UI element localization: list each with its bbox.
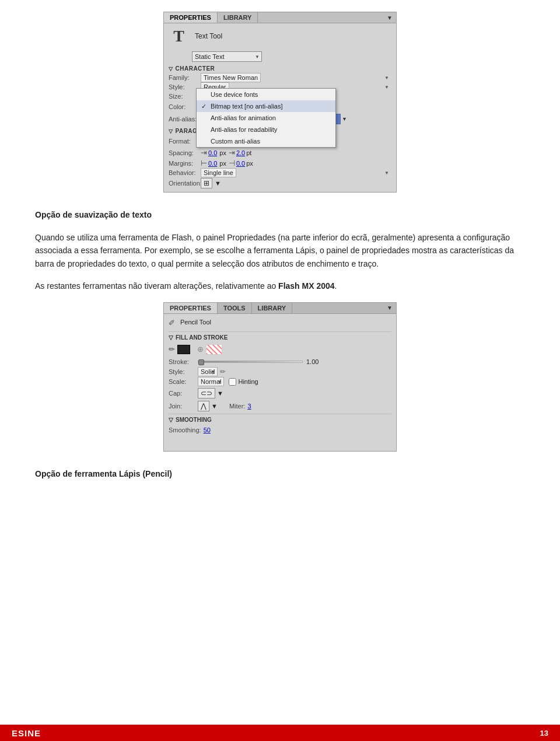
paragraph-arrow: ▽ bbox=[169, 128, 173, 134]
caption2-text: Opção de ferramenta Lápis (Pencil) bbox=[35, 469, 525, 478]
family-dropdown[interactable]: Times New Roman bbox=[201, 74, 391, 81]
panel2-tabs: PROPERTIES TOOLS LIBRARY ▼ bbox=[164, 303, 396, 314]
spacing-line-icon: ⇥ bbox=[229, 148, 235, 157]
tool-type-dropdown[interactable]: Static Text bbox=[192, 51, 262, 62]
tab2-properties[interactable]: PROPERTIES bbox=[164, 303, 218, 313]
fill-icons-row: ✏ ⊕ bbox=[169, 344, 391, 355]
behavior-dropdown[interactable]: Single line bbox=[201, 169, 391, 176]
body-para1-text: Quando se utiliza uma ferramenta de Flas… bbox=[35, 231, 525, 270]
panel-tabs: PROPERTIES LIBRARY ▼ bbox=[164, 12, 396, 23]
caption2-wrapper: Opção de ferramenta Lápis (Pencil) bbox=[35, 469, 525, 478]
margins-unit2: px bbox=[246, 160, 253, 167]
tab2-tools[interactable]: TOOLS bbox=[218, 303, 252, 313]
margins-val2[interactable]: 0.0 bbox=[236, 160, 245, 167]
anti-alias-arrow[interactable]: ▼ bbox=[342, 116, 347, 122]
menu-item-custom[interactable]: Custom anti-alias bbox=[197, 135, 335, 147]
spacing-val2[interactable]: 2.0 bbox=[236, 149, 245, 156]
tab2-library[interactable]: LIBRARY bbox=[252, 303, 292, 313]
miter-value[interactable]: 3 bbox=[247, 403, 251, 410]
footer-page-number: 13 bbox=[540, 729, 548, 737]
fill-color-swatch[interactable] bbox=[177, 345, 190, 354]
tool-type-value: Static Text bbox=[192, 51, 262, 62]
body-para1: Quando se utiliza uma ferramenta de Flas… bbox=[35, 231, 525, 270]
spacing-row: Spacing: ⇥ 0.0 px ⇥ 2.0 pt bbox=[169, 148, 391, 157]
stroke-value: 1.00 bbox=[306, 358, 318, 365]
join-row: Join: ⋀ ▼ Miter: 3 bbox=[169, 401, 391, 411]
smoothing-value[interactable]: 50 bbox=[204, 427, 211, 434]
fill-stroke-label: FILL AND STROKE bbox=[176, 334, 228, 341]
tool-name: Text Tool bbox=[195, 32, 222, 40]
family-row: Family: Times New Roman bbox=[169, 74, 391, 81]
behavior-label: Behavior: bbox=[169, 169, 201, 176]
section-title-text: Opção de suavização de texto bbox=[35, 210, 525, 219]
margins-val1[interactable]: 0.0 bbox=[208, 160, 217, 167]
footer-brand: ESINE bbox=[12, 728, 41, 738]
pencil-icon: ✏ bbox=[166, 316, 178, 328]
join-miter-icon[interactable]: ⋀ bbox=[198, 401, 209, 411]
panel2-menu-arrow[interactable]: ▼ bbox=[383, 303, 396, 313]
smoothing-label: SMOOTHING bbox=[176, 417, 212, 423]
body-para2-prefix: As restantes ferramentas não tiveram alt… bbox=[35, 281, 278, 291]
join-label: Join: bbox=[169, 403, 198, 410]
stroke-slider[interactable] bbox=[198, 361, 303, 363]
spacing-val1[interactable]: 0.0 bbox=[208, 149, 217, 156]
behavior-value: Single line bbox=[201, 168, 236, 177]
orientation-row: Orientation: ⊞ ▼ bbox=[169, 178, 391, 188]
stroke-label: Stroke: bbox=[169, 358, 198, 365]
panel-text-tool: PROPERTIES LIBRARY ▼ T Text Tool bbox=[163, 12, 397, 193]
tab-library[interactable]: LIBRARY bbox=[218, 12, 258, 23]
spacing-unit2: pt bbox=[246, 149, 251, 156]
section-arrow: ▽ bbox=[169, 66, 173, 72]
join-dropdown-arrow[interactable]: ▼ bbox=[211, 403, 218, 410]
smoothing-arrow: ▽ bbox=[169, 417, 173, 423]
style-row2: Style: Solid ✏ bbox=[169, 368, 391, 376]
menu-item-bitmap-text[interactable]: ✓ Bitmap text [no anti-alias] bbox=[197, 100, 335, 112]
cap-row: Cap: ⊂⊃ ▼ bbox=[169, 388, 391, 399]
scale-label: Scale: bbox=[169, 378, 198, 385]
body-para2-suffix: . bbox=[335, 281, 337, 291]
menu-item-animation[interactable]: Anti-alias for animation bbox=[197, 112, 335, 124]
panel2-body: ✏ Pencil Tool ▽ FILL AND STROKE ✏ ⊕ bbox=[164, 314, 396, 451]
hinting-checkbox[interactable] bbox=[229, 378, 236, 386]
scale-value: Normal bbox=[198, 377, 224, 386]
body-para2-text: As restantes ferramentas não tiveram alt… bbox=[35, 279, 525, 292]
spacing-indent-icon: ⇥ bbox=[201, 148, 207, 157]
stroke-slider-handle[interactable] bbox=[198, 359, 204, 365]
section-title: Opção de suavização de texto bbox=[35, 210, 525, 219]
family-label: Family: bbox=[169, 74, 201, 81]
margin-right-icon: ⊣ bbox=[229, 159, 235, 167]
spacing-unit1: px bbox=[219, 149, 226, 156]
hinting-label: Hinting bbox=[238, 378, 258, 385]
orientation-dropdown-arrow[interactable]: ▼ bbox=[215, 180, 221, 187]
smoothing-section: ▽ SMOOTHING Smoothing: 50 bbox=[169, 417, 391, 434]
margins-unit1: px bbox=[219, 160, 226, 167]
character-section-header: ▽ CHARACTER bbox=[169, 65, 391, 72]
fill-striped-box[interactable] bbox=[206, 344, 222, 355]
panel-menu-arrow[interactable]: ▼ bbox=[383, 13, 396, 23]
fill-stroke-header: ▽ FILL AND STROKE bbox=[169, 334, 391, 341]
cap-dropdown-arrow[interactable]: ▼ bbox=[217, 390, 223, 397]
pencil-header: ✏ Pencil Tool bbox=[169, 317, 391, 327]
stroke-row: Stroke: 1.00 bbox=[169, 358, 391, 365]
style-label2: Style: bbox=[169, 368, 198, 375]
orientation-label: Orientation: bbox=[169, 180, 201, 187]
tool-type-row: Static Text bbox=[192, 51, 391, 62]
menu-item-device-fonts[interactable]: Use device fonts bbox=[197, 89, 335, 100]
scale-row: Scale: Normal Hinting bbox=[169, 378, 391, 386]
style-value2: Solid bbox=[198, 367, 218, 376]
panel-body: T Text Tool Static Text ▽ CHARACTER bbox=[164, 23, 396, 192]
orientation-icon[interactable]: ⊞ bbox=[201, 178, 212, 188]
fill-stroke-arrow: ▽ bbox=[169, 334, 173, 341]
menu-item-readability[interactable]: Anti-alias for readability bbox=[197, 124, 335, 135]
fill-pencil-icon: ✏ bbox=[169, 345, 175, 354]
scale-dropdown[interactable]: Normal bbox=[198, 378, 224, 385]
margins-row: Margins: ⊢ 0.0 px ⊣ 0.0 px bbox=[169, 159, 391, 167]
body-para2: As restantes ferramentas não tiveram alt… bbox=[35, 279, 525, 292]
tool-icon: T bbox=[169, 27, 189, 46]
page-footer: ESINE 13 bbox=[0, 725, 560, 741]
style-edit-icon[interactable]: ✏ bbox=[220, 368, 226, 376]
cap-round-icon[interactable]: ⊂⊃ bbox=[198, 388, 215, 399]
spacing-label: Spacing: bbox=[169, 149, 201, 156]
tab-properties[interactable]: PROPERTIES bbox=[164, 12, 218, 23]
style-dropdown2[interactable]: Solid bbox=[198, 368, 218, 375]
